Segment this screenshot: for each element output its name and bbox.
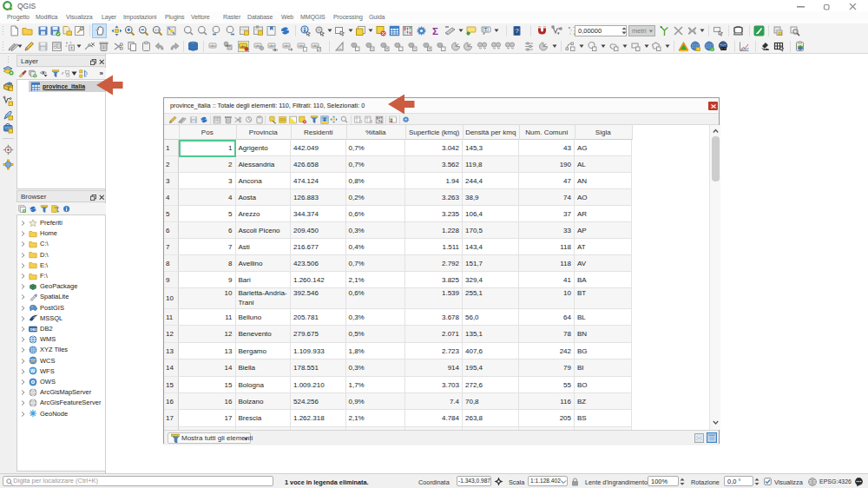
svg-text:1:1: 1:1 xyxy=(155,29,159,32)
svg-text:Σ: Σ xyxy=(432,26,438,36)
svg-text:abc: abc xyxy=(225,43,231,48)
svg-text:DB2: DB2 xyxy=(30,327,37,331)
svg-text:abc: abc xyxy=(269,43,275,48)
svg-text:abc: abc xyxy=(284,43,290,48)
svg-text:abc: abc xyxy=(210,43,216,48)
svg-text:T: T xyxy=(484,27,487,32)
svg-text:ε: ε xyxy=(62,70,64,76)
svg-text:▾: ▾ xyxy=(557,30,560,36)
svg-text:W: W xyxy=(30,368,36,373)
svg-text:?: ? xyxy=(516,27,519,35)
